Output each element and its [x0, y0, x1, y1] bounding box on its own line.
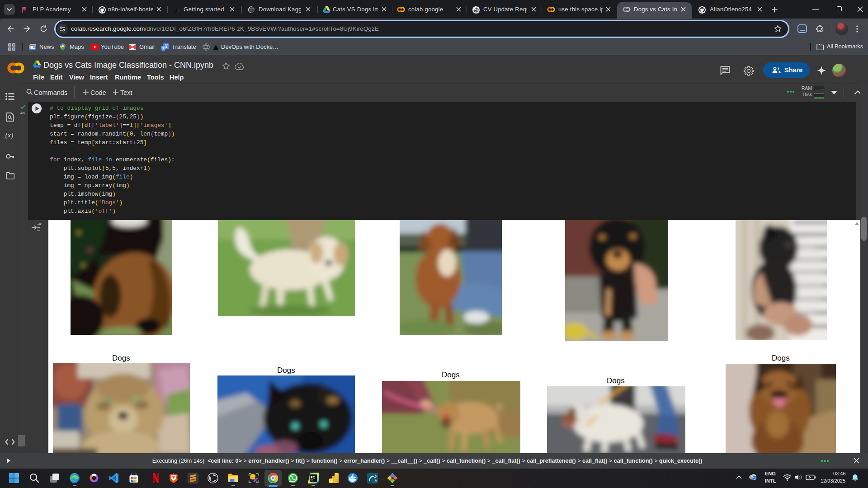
svg-text:PC: PC — [311, 476, 315, 479]
